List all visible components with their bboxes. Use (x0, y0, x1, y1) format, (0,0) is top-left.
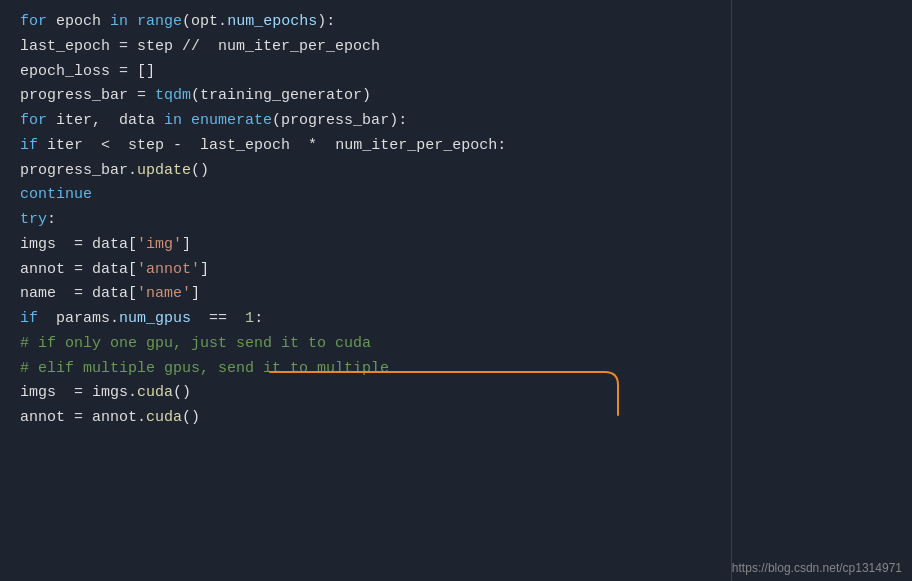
code-container: for epoch in range(opt.num_epochs): last… (0, 0, 912, 581)
url-bar: https://blog.csdn.net/cp1314971 (732, 561, 902, 575)
code-line: try: (20, 208, 892, 233)
code-line: progress_bar = tqdm(training_generator) (20, 84, 892, 109)
vertical-divider (731, 0, 732, 581)
code-line: imgs = imgs.cuda() (20, 381, 892, 406)
code-line: for iter, data in enumerate(progress_bar… (20, 109, 892, 134)
code-line: if params.num_gpus == 1: (20, 307, 892, 332)
code-line: # if only one gpu, just send it to cuda (20, 332, 892, 357)
code-line: last_epoch = step // num_iter_per_epoch (20, 35, 892, 60)
code-line: if iter < step - last_epoch * num_iter_p… (20, 134, 892, 159)
code-line: annot = annot.cuda() (20, 406, 892, 431)
code-block: for epoch in range(opt.num_epochs): last… (0, 10, 912, 431)
code-line: # elif multiple gpus, send it to multipl… (20, 357, 892, 382)
code-line: for epoch in range(opt.num_epochs): (20, 10, 892, 35)
code-line: imgs = data['img'] (20, 233, 892, 258)
code-line: name = data['name'] (20, 282, 892, 307)
code-line: progress_bar.update() (20, 159, 892, 184)
code-line: epoch_loss = [] (20, 60, 892, 85)
code-line: annot = data['annot'] (20, 258, 892, 283)
code-line: continue (20, 183, 892, 208)
